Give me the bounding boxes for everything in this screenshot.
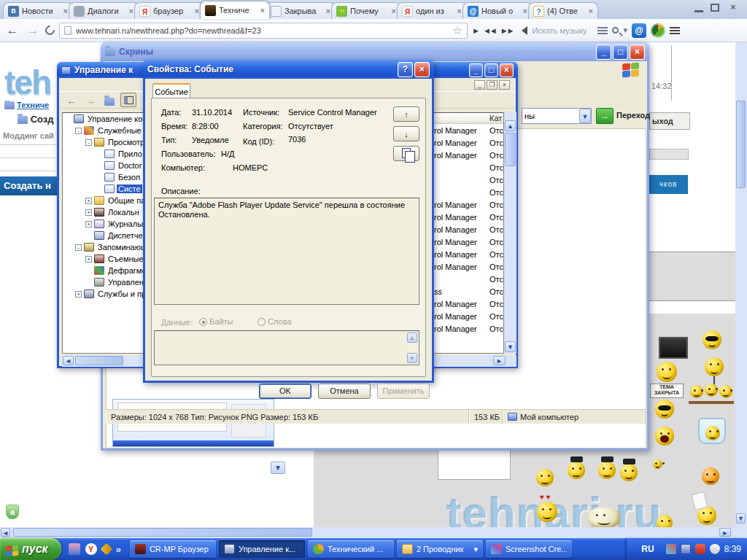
- tray-sync-icon[interactable]: [695, 544, 705, 554]
- help-icon[interactable]: ?: [398, 62, 413, 77]
- tree-item-label[interactable]: Прило: [117, 149, 144, 158]
- scroll-left-icon[interactable]: ◄: [1, 528, 10, 537]
- play-icon[interactable]: ►: [472, 26, 479, 35]
- dancer-smiley-icon[interactable]: [620, 464, 638, 481]
- browser-tab[interactable]: Диалоги ×: [69, 2, 139, 19]
- create-thread-button[interactable]: Создать н: [0, 176, 58, 195]
- browser-tab[interactable]: Я браузер ×: [134, 2, 204, 19]
- quick-agent-icon[interactable]: [69, 543, 80, 555]
- event-row[interactable]: Отс: [434, 174, 503, 186]
- event-row[interactable]: rol Manager Отс: [434, 223, 503, 236]
- tab-event[interactable]: Событие: [152, 83, 190, 98]
- scream-smiley-icon[interactable]: [655, 427, 674, 446]
- address-bar[interactable]: www.tehnari.ru/newthread.php?do=newthrea…: [59, 23, 468, 39]
- tree-item-label[interactable]: Просмотр: [107, 138, 146, 147]
- table-smiley-icon[interactable]: [719, 385, 732, 398]
- bookmark-star-icon[interactable]: [453, 24, 462, 37]
- expand-toggle[interactable]: +: [85, 221, 92, 228]
- minimize-icon[interactable]: _: [596, 44, 611, 60]
- tab-close-icon[interactable]: ×: [129, 7, 133, 15]
- quick-yandex-icon[interactable]: Y: [85, 543, 97, 555]
- event-row[interactable]: rol Manager Отс: [434, 298, 503, 310]
- tab-close-icon[interactable]: ×: [195, 7, 199, 15]
- menu-icon[interactable]: [670, 27, 680, 34]
- tab-close-icon[interactable]: ×: [523, 7, 527, 15]
- event-row[interactable]: ss Отс: [434, 285, 503, 298]
- tray-avast-icon[interactable]: [710, 544, 720, 554]
- event-row[interactable]: rol Manager Отс: [434, 322, 503, 335]
- scroll-right-icon[interactable]: ►: [719, 528, 731, 537]
- tree-item-label[interactable]: Служебные п: [96, 126, 150, 135]
- browser-tab[interactable]: В Новости ×: [3, 2, 73, 19]
- drummer-smiley-icon[interactable]: [568, 462, 585, 479]
- tree-item-label[interactable]: Doctor: [117, 161, 143, 170]
- scrollbar-thumb[interactable]: [13, 528, 312, 537]
- expand-toggle[interactable]: +: [85, 256, 92, 262]
- event-row[interactable]: Отс: [434, 186, 503, 198]
- back-icon[interactable]: ←: [4, 23, 20, 38]
- maximize-icon[interactable]: □: [613, 44, 628, 60]
- minimize-icon[interactable]: _: [469, 63, 483, 77]
- expand-toggle[interactable]: -: [75, 128, 82, 134]
- start-button[interactable]: пуск: [0, 538, 61, 560]
- event-row[interactable]: rol Manager Отс: [434, 310, 503, 322]
- tree-item-label[interactable]: Съемные: [107, 254, 145, 263]
- event-row[interactable]: Отс: [434, 161, 503, 174]
- tray-screenshot-icon[interactable]: [666, 544, 676, 554]
- love-smiley-icon[interactable]: [537, 502, 557, 522]
- taskbar-task[interactable]: Технический ... ▾: [308, 540, 394, 558]
- tongue-smiley-icon[interactable]: [536, 469, 554, 486]
- horizontal-scrollbar[interactable]: ◄ ►: [0, 527, 735, 538]
- address-combo[interactable]: ны ▼: [522, 108, 592, 124]
- tab-close-icon[interactable]: ×: [63, 7, 68, 15]
- event-row[interactable]: rol Manager Отс: [434, 149, 503, 161]
- logout-button[interactable]: ыход: [649, 112, 690, 130]
- previous-event-button[interactable]: ↑: [393, 106, 419, 122]
- browser-tab[interactable]: Закрыва ×: [266, 2, 336, 19]
- balalaika-smiley-icon[interactable]: [598, 462, 616, 479]
- language-indicator[interactable]: RU: [634, 544, 661, 554]
- close-icon[interactable]: ×: [500, 63, 514, 77]
- event-row[interactable]: rol Manager Отс: [434, 198, 503, 211]
- tree-item-label[interactable]: Общие па: [107, 196, 147, 205]
- fast-forward-icon[interactable]: ►►: [500, 26, 514, 35]
- microphone-smiley-icon[interactable]: [705, 357, 724, 376]
- tree-item-label[interactable]: Журналы: [107, 219, 144, 228]
- browser-tab[interactable]: Техниче ×: [200, 1, 270, 19]
- jar-icon[interactable]: [698, 418, 726, 444]
- copy-button[interactable]: [393, 146, 419, 161]
- show-tree-icon[interactable]: [120, 93, 136, 107]
- rewind-icon[interactable]: ◄◄: [483, 26, 496, 35]
- close-icon[interactable]: ×: [630, 44, 645, 60]
- bytes-radio[interactable]: Байты: [199, 317, 233, 326]
- small-smiley-icon[interactable]: [653, 459, 662, 469]
- close-icon[interactable]: ×: [414, 62, 430, 77]
- event-row[interactable]: rol Manager Отс: [434, 248, 503, 260]
- tree-item-label[interactable]: Дефрагме: [107, 266, 148, 275]
- tab-close-icon[interactable]: ×: [589, 7, 593, 15]
- expand-toggle[interactable]: +: [85, 198, 92, 204]
- forward-icon[interactable]: →: [25, 23, 41, 38]
- adguard-shield-icon[interactable]: a: [6, 505, 19, 519]
- scroll-up-icon[interactable]: ▲: [505, 120, 516, 131]
- tab-close-icon[interactable]: ×: [326, 7, 330, 15]
- scroll-down-icon[interactable]: ▼: [736, 513, 746, 524]
- event-row[interactable]: rol Manager Отс: [434, 124, 503, 136]
- search-dropdown-icon[interactable]: [623, 26, 627, 35]
- input-box[interactable]: [438, 449, 511, 480]
- orange-smiley-icon[interactable]: [702, 467, 719, 485]
- speaker-icon[interactable]: [517, 26, 527, 35]
- tree-item-label[interactable]: Управлен: [107, 278, 145, 287]
- scrollbar-thumb[interactable]: [505, 133, 516, 166]
- browser-tab[interactable]: Я один из ×: [397, 2, 467, 19]
- explorer-titlebar[interactable]: Скрины _ □ ×: [101, 42, 649, 61]
- tray-display-icon[interactable]: [681, 544, 691, 554]
- scroll-down-icon[interactable]: ▼: [505, 341, 516, 352]
- go-label[interactable]: Переход: [616, 111, 650, 120]
- table-smiley-icon[interactable]: [690, 385, 703, 398]
- music-search-input[interactable]: Искать музыку: [532, 26, 593, 35]
- dialog-titlebar[interactable]: Свойства: Событие ? ×: [143, 60, 434, 79]
- taskbar-task[interactable]: CR-MP Браузер G ▾: [130, 540, 216, 558]
- up-folder-icon[interactable]: [101, 93, 117, 107]
- section-link[interactable]: Техниче: [17, 101, 49, 109]
